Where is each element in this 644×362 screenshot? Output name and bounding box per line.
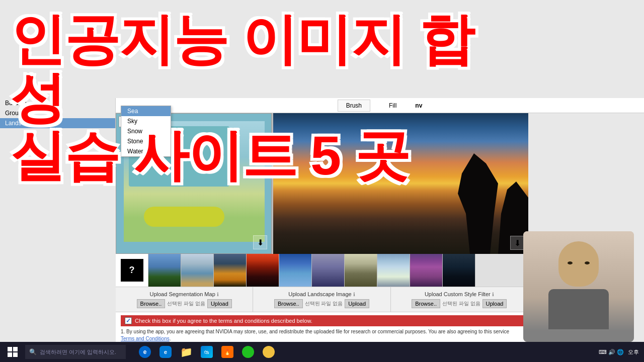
terms-checkbox-row: ✓ Check this box if you agree to the ter…: [121, 315, 523, 326]
folder-icon: 📁: [180, 346, 193, 358]
thumbnail-2[interactable]: [181, 254, 214, 287]
taskbar-apps: e e 📁 🛍 🔥: [136, 343, 278, 361]
system-tray: ⌨ 🔊 🌐: [599, 349, 624, 355]
download-seg-btn[interactable]: ⬇: [253, 235, 267, 249]
upload-seg-group: Upload Segmentation Map ℹ Browse.. 선택된 파…: [116, 287, 253, 312]
thumb-logo: ?: [116, 254, 148, 287]
win-quad-tr: [13, 347, 18, 351]
windows-icon: [8, 347, 18, 357]
download-result-btn[interactable]: ⬇: [510, 236, 524, 250]
win-quad-br: [13, 352, 18, 357]
edge-icon: e: [159, 346, 172, 358]
search-bar[interactable]: 🔍 검색하려면 여기에 입력하시오.: [25, 345, 126, 359]
upload-landscape-controls: Browse.. 선택된 파일 없음 Upload: [274, 299, 369, 308]
thumbnail-5[interactable]: [279, 254, 312, 287]
no-file-style: 선택된 파일 없음: [442, 300, 480, 307]
taskbar-app-store[interactable]: 🛍: [198, 343, 216, 361]
yellow-app-icon: [263, 346, 275, 358]
upload-style-group: Upload Custom Style Filter ℹ Browse.. 선택…: [391, 287, 528, 312]
no-file-landscape: 선택된 파일 없음: [305, 300, 343, 307]
terms-checkbox[interactable]: ✓: [125, 317, 132, 324]
upload-landscape-btn[interactable]: Upload: [345, 299, 369, 308]
person-face: [523, 231, 634, 342]
upload-seg-info-icon[interactable]: ℹ: [217, 292, 219, 297]
ie-icon: e: [139, 346, 151, 358]
upload-style-controls: Browse.. 선택된 파일 없음 Upload: [412, 299, 507, 308]
upload-seg-btn[interactable]: Upload: [207, 299, 232, 308]
thumbnail-4[interactable]: [247, 254, 279, 287]
taskbar-app-edge[interactable]: e: [156, 343, 175, 361]
taskbar: 🔍 검색하려면 여기에 입력하시오. e e 📁 🛍 🔥: [0, 342, 644, 362]
thumbnail-7[interactable]: [345, 254, 377, 287]
upload-style-label: Upload Custom Style Filter ℹ: [425, 291, 494, 297]
taskbar-app-folder[interactable]: 📁: [177, 343, 195, 361]
browse-landscape-btn[interactable]: Browse..: [274, 299, 303, 308]
upload-style-info-icon[interactable]: ℹ: [492, 292, 494, 297]
search-icon: 🔍: [29, 348, 37, 355]
browse-style-btn[interactable]: Browse..: [412, 299, 440, 308]
thumbnail-8[interactable]: [377, 254, 410, 287]
start-button[interactable]: [0, 342, 25, 362]
logo-q-mark: ?: [129, 265, 135, 276]
upload-seg-controls: Browse.. 선택된 파일 없음 Upload: [137, 299, 232, 308]
search-placeholder-text: 검색하려면 여기에 입력하시오.: [40, 348, 116, 356]
logo-box: ?: [121, 259, 143, 282]
person-shirt: [548, 289, 609, 329]
browse-seg-btn[interactable]: Browse..: [137, 299, 166, 308]
title-overlay: 인공지능 이미지 합성 실습 사이트 5 곳: [10, 10, 503, 185]
person-webcam: [523, 231, 634, 342]
upload-seg-label: Upload Segmentation Map ℹ: [150, 291, 219, 297]
thumbnail-10[interactable]: [443, 254, 475, 287]
taskbar-app-orange[interactable]: 🔥: [218, 343, 236, 361]
circle-app-icon: [242, 346, 254, 358]
main-area: 인공지능 이미지 합성 실습 사이트 5 곳 Brush Fill nv Bui…: [0, 0, 644, 362]
upload-style-btn[interactable]: Upload: [482, 299, 507, 308]
store-icon: 🛍: [201, 346, 213, 358]
title-line2: 실습 사이트 5 곳: [10, 126, 503, 185]
thumbnail-strip: ?: [116, 254, 528, 287]
title-line1: 인공지능 이미지 합성: [10, 10, 503, 126]
taskbar-time: 오후: [628, 348, 639, 356]
eye-left: [568, 261, 573, 264]
thumbnail-6[interactable]: [312, 254, 345, 287]
taskbar-app-ie[interactable]: e: [136, 343, 154, 361]
upload-landscape-group: Upload Landscape Image ℹ Browse.. 선택된 파일…: [253, 287, 390, 312]
win-quad-tl: [8, 347, 12, 351]
upload-landscape-info-icon[interactable]: ℹ: [353, 292, 355, 297]
thumbnail-1[interactable]: [148, 254, 181, 287]
check-mark-icon: ✓: [126, 317, 131, 324]
terms-checkbox-text: Check this box if you agree to the terms…: [135, 318, 312, 324]
terms-link[interactable]: Terms and Conditions: [121, 336, 170, 341]
orange-app-icon: 🔥: [221, 346, 233, 358]
upload-section: Upload Segmentation Map ℹ Browse.. 선택된 파…: [116, 287, 528, 312]
no-file-seg: 선택된 파일 없음: [167, 300, 205, 307]
taskbar-app-yellow[interactable]: [260, 343, 278, 361]
eye-right: [585, 261, 590, 264]
thumbnail-3[interactable]: [214, 254, 247, 287]
upload-landscape-label: Upload Landscape Image ℹ: [288, 291, 355, 297]
win-quad-bl: [8, 352, 12, 357]
seg-shape-yellow: [144, 207, 224, 227]
person-head: [558, 241, 599, 287]
taskbar-app-circle[interactable]: [239, 343, 257, 361]
taskbar-right: ⌨ 🔊 🌐 오후: [599, 348, 644, 356]
thumbnail-9[interactable]: [410, 254, 443, 287]
